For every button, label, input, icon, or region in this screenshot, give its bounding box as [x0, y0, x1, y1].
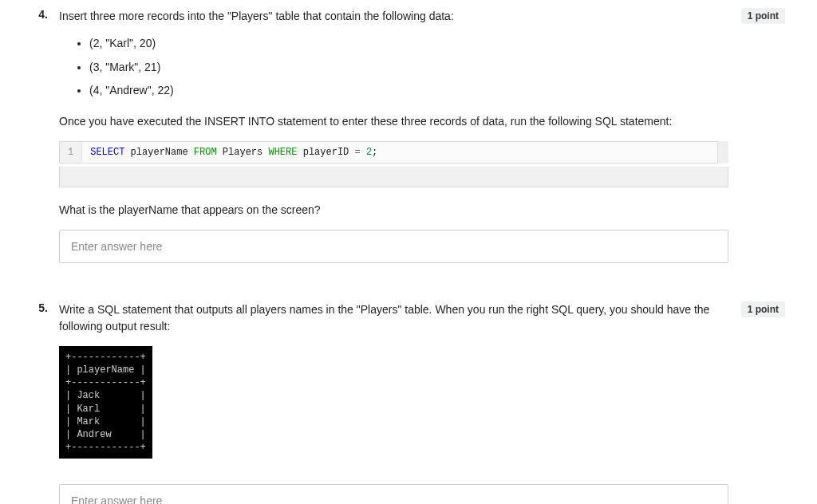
- question-number: 4.: [32, 8, 53, 263]
- code-block-wrapper: 1 SELECT playerName FROM Players WHERE p…: [59, 141, 728, 163]
- sql-keyword-select: SELECT: [90, 147, 124, 158]
- sql-keyword-where: WHERE: [268, 147, 297, 158]
- answer-input[interactable]: [59, 484, 728, 504]
- code-result-bar: [59, 167, 728, 187]
- question-prompt: Insert three more records into the "Play…: [59, 8, 728, 25]
- code-scrollbar[interactable]: [717, 141, 728, 163]
- sql-table: Players: [217, 147, 269, 158]
- points-badge: 1 point: [741, 8, 785, 24]
- sql-column: playerName: [124, 147, 193, 158]
- question-body: Insert three more records into the "Play…: [53, 8, 741, 263]
- sql-semicolon: ;: [372, 147, 377, 158]
- question-5: 5. Write a SQL statement that outputs al…: [32, 301, 785, 504]
- sql-cond-col: playerID: [297, 147, 354, 158]
- sql-keyword-from: FROM: [194, 147, 217, 158]
- code-content: SELECT playerName FROM Players WHERE pla…: [82, 142, 385, 163]
- question-number: 5.: [32, 301, 53, 504]
- terminal-output: +------------+ | playerName | +---------…: [59, 346, 152, 459]
- list-item: (2, "Karl", 20): [89, 36, 728, 52]
- data-records-list: (2, "Karl", 20) (3, "Mark", 21) (4, "And…: [59, 36, 728, 99]
- list-item: (3, "Mark", 21): [89, 60, 728, 76]
- question-4: 4. Insert three more records into the "P…: [32, 8, 785, 263]
- list-item: (4, "Andrew", 22): [89, 83, 728, 99]
- sql-value: 2: [361, 147, 372, 158]
- sql-code-block: 1 SELECT playerName FROM Players WHERE p…: [59, 141, 728, 163]
- question-body: Write a SQL statement that outputs all p…: [53, 301, 741, 504]
- question-after-text: What is the playerName that appears on t…: [59, 202, 728, 219]
- points-badge: 1 point: [741, 301, 785, 317]
- question-prompt: Write a SQL statement that outputs all p…: [59, 301, 728, 335]
- question-mid-text: Once you have executed the INSERT INTO s…: [59, 113, 728, 130]
- sql-equals: =: [355, 147, 361, 158]
- code-line-number: 1: [60, 142, 82, 163]
- answer-input[interactable]: [59, 230, 728, 263]
